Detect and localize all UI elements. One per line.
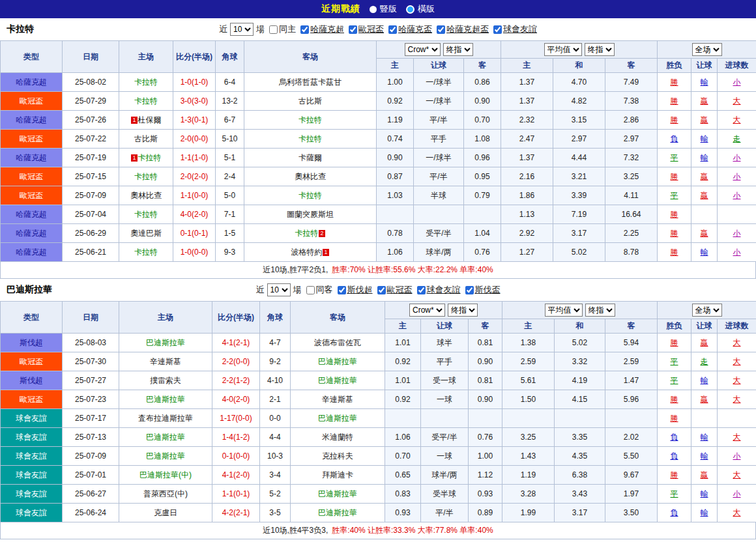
result-link[interactable]: 輸 xyxy=(701,489,708,498)
result-link[interactable]: 小 xyxy=(733,153,741,162)
result-link[interactable]: 勝 xyxy=(671,115,678,124)
result-link[interactable]: 平 xyxy=(671,191,678,200)
result-link[interactable]: 贏 xyxy=(701,338,708,347)
team-link[interactable]: 卡薩爾 xyxy=(298,153,322,162)
league-checkbox[interactable] xyxy=(465,286,474,294)
team-link[interactable]: 波德布雷佐瓦 xyxy=(314,338,361,347)
result-link[interactable]: 大 xyxy=(733,376,741,385)
score-cell[interactable]: 4-2(2-1) xyxy=(212,504,260,522)
same-venue-filter[interactable]: 同客 xyxy=(306,284,333,296)
result-link[interactable]: 勝 xyxy=(671,172,678,181)
result-link[interactable]: 負 xyxy=(671,433,678,442)
result-link[interactable]: 平 xyxy=(671,357,678,366)
team-link[interactable]: 巴迪斯拉華 xyxy=(318,376,357,385)
same-venue-checkbox[interactable] xyxy=(269,25,278,34)
league-filter[interactable]: 斯伐超 xyxy=(338,284,373,296)
result-link[interactable]: 小 xyxy=(733,191,741,200)
team-link[interactable]: 卡拉特 xyxy=(134,172,158,181)
score-cell[interactable]: 2-0(0-0) xyxy=(173,130,216,149)
score-cell[interactable]: 1-0(1-0) xyxy=(173,73,216,92)
team-link[interactable]: 卡拉特 xyxy=(134,210,158,219)
result-link[interactable]: 贏 xyxy=(701,229,708,238)
result-link[interactable]: 平 xyxy=(671,489,678,498)
result-link[interactable]: 負 xyxy=(671,451,678,461)
team-link[interactable]: 辛連斯基 xyxy=(150,357,181,366)
result-link[interactable]: 大 xyxy=(733,96,741,106)
result-link[interactable]: 輸 xyxy=(701,376,708,385)
league-checkbox[interactable] xyxy=(300,25,309,34)
team-link[interactable]: 巴迪斯拉華 xyxy=(146,395,185,404)
result-link[interactable]: 勝 xyxy=(671,414,678,423)
score-cell[interactable]: 0-1(0-0) xyxy=(212,447,260,466)
result-link[interactable]: 大 xyxy=(733,115,741,124)
result-link[interactable]: 小 xyxy=(733,248,741,257)
score-cell[interactable]: 2-2(1-2) xyxy=(212,371,260,390)
result-link[interactable]: 勝 xyxy=(671,338,678,347)
league-checkbox[interactable] xyxy=(338,286,346,294)
league-filter[interactable]: 哈薩克超 xyxy=(300,23,344,35)
team-link[interactable]: 卡拉特 xyxy=(134,248,158,257)
result-link[interactable]: 輸 xyxy=(701,248,708,257)
league-filter[interactable]: 歐冠盃 xyxy=(349,23,384,35)
league-checkbox[interactable] xyxy=(349,25,357,34)
result-link[interactable]: 贏 xyxy=(701,96,708,106)
view-option-horizontal[interactable]: 橫版 xyxy=(406,3,435,15)
result-link[interactable]: 贏 xyxy=(701,191,708,200)
team-link[interactable]: 巴迪斯拉華 xyxy=(318,508,357,517)
score-cell[interactable]: 4-1(2-0) xyxy=(212,466,260,485)
team-link[interactable]: 拜斯迪卡 xyxy=(322,470,353,479)
league-checkbox[interactable] xyxy=(377,286,386,294)
result-link[interactable]: 大 xyxy=(733,433,741,442)
score-cell[interactable]: 0-1(0-1) xyxy=(173,224,216,243)
result-link[interactable]: 負 xyxy=(671,508,678,517)
result-link[interactable]: 平 xyxy=(671,376,678,385)
result-link[interactable]: 大 xyxy=(733,470,741,479)
result-link[interactable]: 勝 xyxy=(671,78,678,87)
league-checkbox[interactable] xyxy=(437,25,445,34)
team-link[interactable]: 辛連斯基 xyxy=(322,395,353,404)
team-link[interactable]: 米迪蘭特 xyxy=(322,433,353,442)
score-cell[interactable]: 1-1(0-0) xyxy=(173,186,216,205)
result-link[interactable]: 大 xyxy=(733,338,741,347)
result-link[interactable]: 小 xyxy=(733,78,741,87)
score-cell[interactable]: 3-0(3-0) xyxy=(173,92,216,111)
team-link[interactable]: 巴迪斯拉華 xyxy=(318,357,357,366)
result-link[interactable]: 贏 xyxy=(701,395,708,404)
result-link[interactable]: 走 xyxy=(701,357,708,366)
team-link[interactable]: 卡拉特 xyxy=(295,229,318,238)
score-cell[interactable]: 1-4(1-2) xyxy=(212,428,260,447)
result-link[interactable]: 大 xyxy=(733,395,741,404)
result-link[interactable]: 勝 xyxy=(671,470,678,479)
score-cell[interactable]: 1-1(1-0) xyxy=(173,149,216,167)
team-link[interactable]: 卡拉特 xyxy=(138,153,162,162)
league-filter[interactable]: 哈薩克超盃 xyxy=(437,23,489,35)
league-filter[interactable]: 球會友誼 xyxy=(493,23,537,35)
result-link[interactable]: 輸 xyxy=(701,134,708,143)
recent-count-select[interactable]: 10 xyxy=(267,283,291,296)
result-link[interactable]: 走 xyxy=(733,134,741,143)
league-checkbox[interactable] xyxy=(493,25,502,34)
team-link[interactable]: 杜保爾 xyxy=(138,115,162,124)
team-link[interactable]: 卡拉特 xyxy=(298,191,322,200)
result-link[interactable]: 大 xyxy=(733,357,741,366)
result-link[interactable]: 勝 xyxy=(671,210,678,219)
handicap-final-index-select[interactable]: 终指 xyxy=(448,304,478,317)
score-cell[interactable]: 1-3(0-1) xyxy=(173,111,216,130)
result-link[interactable]: 小 xyxy=(733,451,741,461)
result-link[interactable]: 贏 xyxy=(701,172,708,181)
same-venue-filter[interactable]: 同主 xyxy=(269,23,296,35)
league-filter[interactable]: 歐冠盃 xyxy=(377,284,413,296)
euro-average-select[interactable]: 平均值 xyxy=(545,304,583,317)
team-link[interactable]: 巴迪斯拉華 xyxy=(146,451,185,461)
team-link[interactable]: 査布拉迪斯拉華 xyxy=(138,414,193,423)
team-link[interactable]: 克盧日 xyxy=(154,508,177,517)
result-link[interactable]: 贏 xyxy=(701,470,708,479)
league-filter[interactable]: 斯伐盃 xyxy=(465,284,501,296)
result-link[interactable]: 負 xyxy=(671,134,678,143)
view-option-vertical[interactable]: 豎版 xyxy=(370,3,397,15)
recent-count-select[interactable]: 10 xyxy=(230,23,254,36)
result-link[interactable]: 贏 xyxy=(701,115,708,124)
league-checkbox[interactable] xyxy=(417,286,426,294)
result-link[interactable]: 輸 xyxy=(701,433,708,442)
team-link[interactable]: 普萊西亞(中) xyxy=(143,489,188,498)
